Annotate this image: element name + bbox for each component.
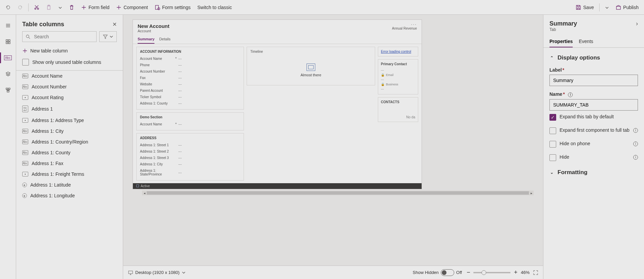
save-split-button[interactable] <box>602 3 612 11</box>
table-column-item[interactable]: Address 1: Address Type <box>16 115 123 126</box>
form-field-row[interactable]: Address 1: County--- <box>140 100 240 107</box>
unused-checkbox[interactable] <box>22 59 29 66</box>
chevron-down-icon <box>182 271 186 275</box>
zoom-out-button[interactable]: − <box>467 269 470 276</box>
filter-button[interactable] <box>99 31 117 42</box>
table-column-item[interactable]: ◐Address 1: Longitude <box>16 190 123 201</box>
layers-rail-button[interactable] <box>1 67 15 81</box>
add-component-button[interactable]: Component <box>113 3 150 12</box>
timeline-section[interactable]: Timeline Almost there <box>247 47 375 85</box>
section-address[interactable]: ADDRESS Address 1: Street 1---Address 1:… <box>136 133 244 181</box>
form-field-row[interactable]: Address 1: Street 1--- <box>140 142 240 148</box>
form-field-row[interactable]: Phone--- <box>140 62 240 68</box>
table-columns-rail-button[interactable]: Abc <box>1 51 15 65</box>
tree-icon <box>5 87 11 93</box>
zoom-slider[interactable] <box>473 272 510 273</box>
info-icon[interactable]: i <box>633 128 638 133</box>
form-tab-summary[interactable]: Summary <box>138 36 154 44</box>
table-column-item[interactable]: ◐Address 1: Latitude <box>16 180 123 190</box>
components-rail-button[interactable] <box>1 35 15 48</box>
section-demo[interactable]: Demo Section Account Name*--- <box>136 112 244 130</box>
table-column-item[interactable]: AbcAddress 1: County <box>16 147 123 158</box>
table-column-item[interactable]: Address 1: Freight Terms <box>16 169 123 180</box>
delete-button[interactable] <box>66 3 77 12</box>
redo-button[interactable] <box>15 3 26 12</box>
table-columns-list[interactable]: AbcAccount NameAbcAccount NumberAccount … <box>16 70 123 279</box>
table-column-item[interactable]: AbcAddress 1: Fax <box>16 158 123 169</box>
info-icon[interactable]: i <box>633 142 638 146</box>
section-account-info[interactable]: ACCOUNT INFORMATION Account Name*---Phon… <box>136 47 244 110</box>
hide-checkbox[interactable] <box>549 154 556 161</box>
expand-default-checkbox[interactable]: ✓ <box>549 114 556 121</box>
table-column-item[interactable]: AbcAddress 1: City <box>16 126 123 136</box>
table-column-item[interactable]: AbcAccount Name <box>16 71 123 81</box>
props-tab-events[interactable]: Events <box>579 37 593 47</box>
field-value: --- <box>178 143 240 147</box>
form-field-row[interactable]: Address 1: City--- <box>140 161 240 167</box>
accordion-formatting[interactable]: ⌄ Formatting <box>549 167 638 179</box>
form-field-row[interactable]: Fax--- <box>140 75 240 81</box>
table-column-item[interactable]: AbcAccount Number <box>16 81 123 92</box>
paste-split-button[interactable] <box>56 3 65 11</box>
field-label: Account Name <box>140 57 174 61</box>
paste-button[interactable] <box>43 3 54 12</box>
save-button[interactable]: Save <box>573 3 597 12</box>
collapse-props-button[interactable]: › <box>636 20 638 27</box>
monitor-icon <box>128 270 133 275</box>
tree-rail-button[interactable] <box>1 83 15 97</box>
props-tab-properties[interactable]: Properties <box>549 37 573 47</box>
form-field-row[interactable]: Account Name*--- <box>140 55 240 62</box>
accordion-display-options[interactable]: ⌃ Display options <box>549 52 638 65</box>
form-field-row[interactable]: Address 1: Street 3--- <box>140 155 240 161</box>
lock-icon: 🔒 <box>381 73 385 77</box>
form-field-row[interactable]: Address 1: Street 2--- <box>140 148 240 155</box>
add-form-field-button[interactable]: Form field <box>78 3 112 12</box>
form-field-row[interactable]: Address 1: State/Province--- <box>140 167 240 177</box>
table-column-item[interactable]: Account Rating <box>16 92 123 103</box>
table-column-item[interactable]: AbcAddress 1: Country/Region <box>16 136 123 147</box>
undo-button[interactable] <box>3 3 13 12</box>
new-table-column-button[interactable]: New table column <box>16 45 123 56</box>
error-card[interactable]: Error loading control <box>378 47 418 56</box>
form-field-row[interactable]: Website--- <box>140 81 240 87</box>
form-field-row[interactable]: Account Number--- <box>140 68 240 75</box>
annual-revenue-label: Annual Revenue <box>392 27 417 30</box>
form-subtitle: Account <box>138 29 169 33</box>
device-selector[interactable]: Desktop (1920 x 1080) <box>128 270 186 275</box>
error-link[interactable]: Error loading control <box>381 50 411 53</box>
form-field-row[interactable]: Ticker Symbol--- <box>140 94 240 100</box>
canvas-scroll[interactable]: New Account Account ··· Annual Revenue S… <box>123 15 543 266</box>
publish-button[interactable]: Publish <box>613 3 641 12</box>
name-input[interactable] <box>549 99 638 111</box>
expand-first-checkbox[interactable] <box>549 127 556 134</box>
zoom-fit-icon[interactable] <box>533 270 538 275</box>
field-value: --- <box>178 122 240 126</box>
more-icon[interactable]: ··· <box>392 23 417 27</box>
form-canvas[interactable]: New Account Account ··· Annual Revenue S… <box>133 19 422 189</box>
form-field-row[interactable]: Parent Account--- <box>140 87 240 94</box>
info-icon[interactable]: i <box>633 155 638 160</box>
field-value: --- <box>178 162 240 166</box>
zoom-in-button[interactable]: + <box>514 269 517 276</box>
show-hidden-toggle[interactable] <box>441 269 454 276</box>
table-column-item[interactable]: AbcdefAddress 1 <box>16 103 123 115</box>
label-input[interactable] <box>549 75 638 86</box>
publish-label: Publish <box>623 5 639 10</box>
properties-subtitle: Tab <box>549 27 577 32</box>
info-icon[interactable]: i <box>568 92 573 97</box>
canvas-hscrollbar[interactable]: ◂ ▸ <box>142 191 534 195</box>
contacts-card[interactable]: CONTACTS No da <box>378 97 418 122</box>
switch-classic-button[interactable]: Switch to classic <box>194 3 235 12</box>
cut-button[interactable] <box>31 3 42 12</box>
form-field-row[interactable]: Account Name*--- <box>140 121 240 127</box>
search-input[interactable] <box>33 34 94 40</box>
primary-contact-card[interactable]: Primary Contact --- 🔒Email --- 🔒Business… <box>378 59 418 94</box>
form-tab-details[interactable]: Details <box>159 36 171 44</box>
form-settings-button[interactable]: Form settings <box>152 3 193 12</box>
plus-icon <box>81 5 86 10</box>
table-columns-title: Table columns <box>22 21 64 28</box>
close-panel-button[interactable]: ✕ <box>112 21 117 28</box>
search-input-wrapper[interactable] <box>22 31 97 42</box>
hide-phone-checkbox[interactable] <box>549 141 556 148</box>
hamburger-button[interactable] <box>1 19 15 32</box>
